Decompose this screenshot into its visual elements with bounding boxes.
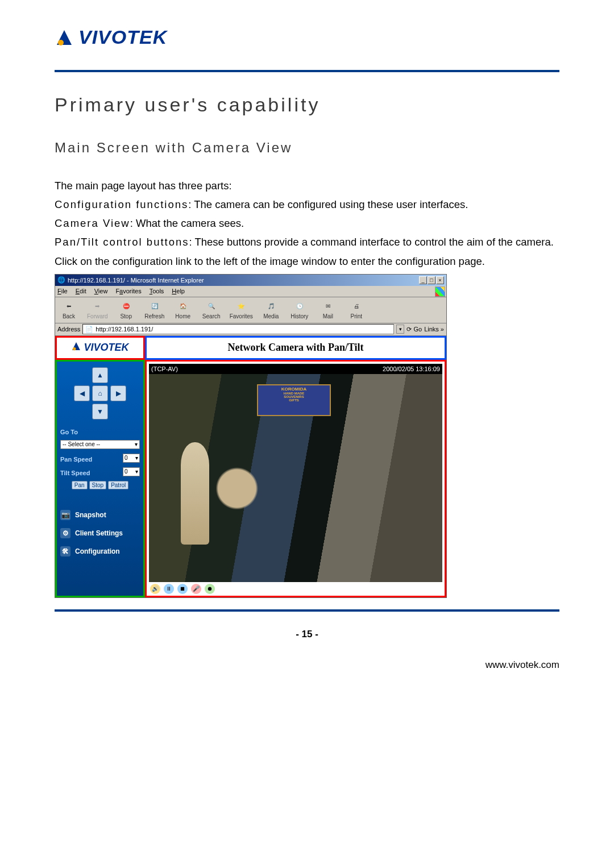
goto-label: Go To	[60, 429, 140, 435]
tilt-speed-label: Tilt Speed	[60, 470, 90, 476]
pan-button[interactable]: Pan	[72, 481, 88, 489]
ptz-left-button[interactable]: ◀	[74, 385, 90, 401]
address-value: http://192.168.1.191/	[96, 326, 153, 333]
patrol-button[interactable]: Patrol	[108, 481, 128, 489]
history-button[interactable]: 🕓History	[289, 301, 310, 319]
history-icon: 🕓	[294, 301, 305, 312]
ptz-up-button[interactable]: ▲	[92, 367, 108, 383]
forward-icon: ➡	[92, 301, 103, 312]
page-content: VIVOTEK Network Camera with Pan/Tilt ▲ ◀…	[55, 336, 446, 597]
client-settings-link[interactable]: ⚙Client Settings	[60, 528, 140, 538]
maximize-button[interactable]: □	[428, 276, 435, 284]
pan-speed-select[interactable]: 0▾	[123, 454, 140, 463]
favorites-icon: ⭐	[235, 301, 247, 312]
wrench-icon: 🛠	[60, 546, 70, 556]
mail-button[interactable]: ✉Mail	[318, 301, 338, 319]
pantilt-line: Pan/Tilt control buttons: These buttons …	[55, 232, 559, 251]
gear-icon: ⚙	[60, 528, 70, 538]
ie-address-bar: Address 📄 http://192.168.1.191/ ▾ ⟳ Go L…	[55, 323, 446, 336]
ptz-down-button[interactable]: ▼	[92, 404, 108, 420]
config-line: Configuration functions: The camera can …	[55, 195, 559, 214]
tilt-speed-select[interactable]: 0▾	[123, 467, 140, 476]
address-label: Address	[57, 326, 80, 333]
ie-screenshot: 🌐 http://192.168.1.191/ - Microsoft Inte…	[55, 274, 447, 598]
configuration-link[interactable]: 🛠Configuration	[60, 546, 140, 556]
refresh-icon: 🔄	[149, 301, 160, 312]
chevron-down-icon: ▾	[135, 455, 138, 461]
stop-icon: ⛔	[121, 301, 132, 312]
cam-title: Network Camera with Pan/Tilt	[145, 336, 446, 360]
video-pane: (TCP-AV) 2000/02/05 13:16:09 KOROMIDA HA…	[145, 360, 446, 597]
menu-file[interactable]: FFileile	[57, 288, 68, 294]
desc-config: : The camera can be configured using the…	[188, 198, 468, 210]
ie-titlebar: 🌐 http://192.168.1.191/ - Microsoft Inte…	[55, 275, 446, 286]
term-pantilt: Pan/Tilt control buttons	[55, 236, 189, 248]
page-icon: 📄	[85, 326, 93, 333]
address-input[interactable]: 📄 http://192.168.1.191/	[82, 324, 394, 334]
page-heading: Primary user's capability	[55, 94, 559, 116]
refresh-button[interactable]: 🔄Refresh	[144, 301, 165, 319]
links-button[interactable]: Links »	[424, 326, 444, 333]
video-image: KOROMIDA HAND MADE SOUVENIRS GIFTS	[149, 374, 442, 582]
cam-sidebar: ▲ ◀ ⌂ ▶ ▼ Go To -- Select one --▾ P	[55, 360, 145, 597]
svg-point-0	[58, 40, 64, 45]
search-button[interactable]: 🔍Search	[201, 301, 222, 319]
vivotek-logo: VIVOTEK	[55, 26, 167, 48]
pan-speed-label: Pan Speed	[60, 456, 92, 463]
term-camview: Camera View	[55, 217, 130, 229]
logo-mark-icon	[55, 28, 74, 47]
menu-favorites[interactable]: Favorites	[115, 288, 141, 294]
chevron-down-icon: ▾	[135, 468, 138, 475]
mail-icon: ✉	[322, 301, 334, 312]
logo-text: VIVOTEK	[78, 26, 167, 48]
address-dropdown[interactable]: ▾	[396, 325, 404, 334]
term-config: Configuration functions	[55, 198, 188, 210]
back-button[interactable]: ⬅Back	[59, 301, 79, 319]
home-button[interactable]: 🏠Home	[173, 301, 193, 319]
body-text: The main page layout has three parts: Co…	[55, 176, 559, 271]
menu-help[interactable]: Help	[172, 288, 185, 294]
goto-select[interactable]: -- Select one --▾	[60, 440, 140, 449]
section-heading: Main Screen with Camera View	[55, 140, 559, 156]
search-icon: 🔍	[206, 301, 217, 312]
pause-button[interactable]: ⏸	[164, 584, 174, 594]
print-icon: 🖨	[351, 301, 362, 312]
ptz-right-button[interactable]: ▶	[110, 385, 126, 401]
minimize-button[interactable]: _	[419, 276, 427, 284]
stop-button[interactable]: ⛔Stop	[116, 301, 136, 319]
go-button[interactable]: ⟳ Go	[406, 326, 422, 333]
ie-icon: 🌐	[57, 276, 65, 284]
top-divider	[55, 70, 559, 72]
record-button[interactable]: ⏺	[205, 584, 215, 594]
menu-edit[interactable]: Edit	[76, 288, 86, 294]
menu-view[interactable]: View	[94, 288, 108, 294]
page-number: - 15 -	[55, 629, 559, 640]
media-button[interactable]: 🎵Media	[261, 301, 281, 319]
cam-vivotek-logo: VIVOTEK	[71, 341, 128, 354]
ptz-home-button[interactable]: ⌂	[92, 385, 108, 401]
print-button[interactable]: 🖨Print	[346, 301, 367, 319]
ptz-pad: ▲ ◀ ⌂ ▶ ▼	[60, 367, 140, 420]
menu-tools[interactable]: Tools	[150, 288, 164, 294]
forward-button[interactable]: ➡Forward	[87, 301, 108, 319]
ie-toolbar: ⬅Back ➡Forward ⛔Stop 🔄Refresh 🏠Home 🔍Sea…	[55, 297, 446, 323]
speaker-button[interactable]: 🔊	[150, 584, 160, 594]
chevron-down-icon: ▾	[135, 441, 138, 447]
mic-button[interactable]: 🎤	[191, 584, 201, 594]
video-controls: 🔊 ⏸ ⏹ 🎤 ⏺	[149, 582, 442, 595]
stop-ptz-button[interactable]: Stop	[89, 481, 107, 489]
header-logo-row: VIVOTEK	[55, 26, 559, 49]
close-button[interactable]: ×	[436, 276, 444, 284]
home-icon: 🏠	[177, 301, 189, 312]
statue-shape	[181, 442, 209, 545]
video-header: (TCP-AV) 2000/02/05 13:16:09	[149, 364, 442, 374]
footer-url: www.vivotek.com	[55, 659, 559, 671]
camera-icon: 📷	[60, 510, 70, 520]
bottom-divider	[55, 609, 559, 612]
stop-video-button[interactable]: ⏹	[177, 584, 188, 594]
shop-sign: KOROMIDA HAND MADE SOUVENIRS GIFTS	[257, 384, 331, 416]
snapshot-link[interactable]: 📷Snapshot	[60, 510, 140, 520]
video-timestamp: 2000/02/05 13:16:09	[383, 366, 440, 372]
favorites-button[interactable]: ⭐Favorites	[230, 301, 253, 319]
svg-point-1	[73, 348, 76, 351]
